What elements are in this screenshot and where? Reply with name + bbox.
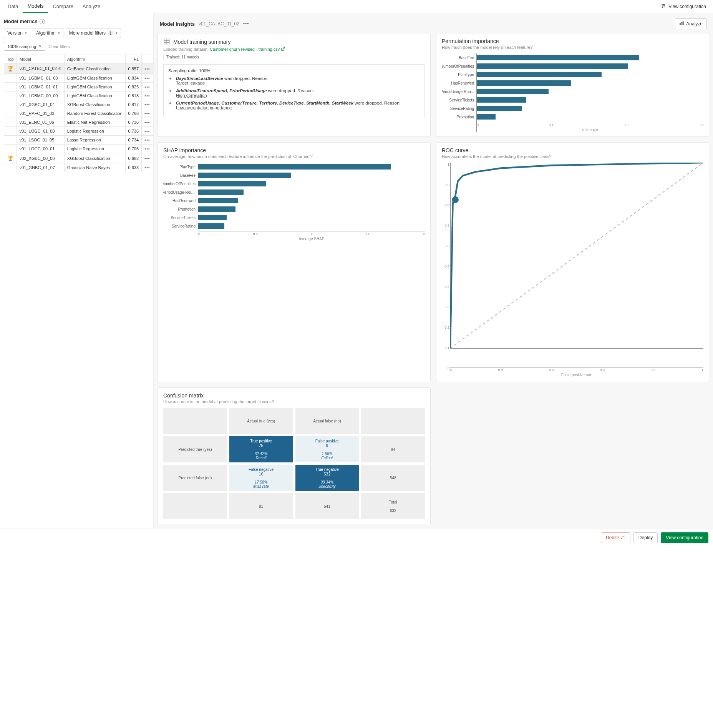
version-filter[interactable]: Version ▾ <box>4 28 30 38</box>
model-name: v01_LOGC_00_01 <box>17 145 64 153</box>
analyze-button[interactable]: Analyze <box>675 18 707 29</box>
tab-models[interactable]: Models <box>23 0 48 13</box>
bar-label: PriorPeriodUsage-Rou... <box>442 87 476 96</box>
clear-filters[interactable]: Clear filters <box>48 44 70 49</box>
bar <box>198 181 266 186</box>
row-menu[interactable]: ••• <box>142 118 153 127</box>
algorithm-name: Logistic Regression <box>64 145 125 153</box>
col-model[interactable]: Model <box>17 55 64 64</box>
confusion-matrix-card: Confusion matrix How accurate is the mod… <box>158 387 431 524</box>
row-menu[interactable]: ••• <box>142 163 153 172</box>
table-row[interactable]: v01_LGBMC_01_08 LightGBM Classification … <box>4 74 153 83</box>
col-algorithm[interactable]: Algorithm <box>64 55 125 64</box>
table-row[interactable]: v01_LOGC_01_00 Logistic Regression 0.736… <box>4 127 153 136</box>
model-insights-panel: Model insights v01_CATBC_01_02 ••• Analy… <box>154 13 713 528</box>
f1-value: 0.736 <box>125 127 142 136</box>
f1-value: 0.736 <box>125 118 142 127</box>
table-row[interactable]: v01_RAFC_01_03 Random Forest Classificat… <box>4 109 153 118</box>
more-filters[interactable]: More model filters 1 ▾ <box>66 28 121 38</box>
row-menu[interactable]: ••• <box>142 109 153 118</box>
training-summary-card: Model training summary Loaded training d… <box>158 33 431 137</box>
table-row[interactable]: v01_XGBC_01_04 XGBoost Classification 0.… <box>4 100 153 109</box>
table-row[interactable]: v01_GNBC_01_07 Gaussian Naive Bayes 0.63… <box>4 163 153 172</box>
cm-row-true-total: 84 <box>361 436 425 462</box>
algorithm-name: LightGBM Classification <box>64 91 125 100</box>
permutation-subtitle: How much does the model rely on each fea… <box>442 45 703 50</box>
row-menu[interactable]: ••• <box>142 83 153 91</box>
bar-label: ServiceTickets <box>442 96 476 104</box>
view-configuration-link[interactable]: View configuration <box>661 3 710 10</box>
bar-label: PriorPeriodUsage-Rou... <box>163 188 198 196</box>
bar-label: ServiceRating <box>442 104 476 113</box>
shap-xlabel: Average SHAP <box>198 237 425 241</box>
row-menu[interactable]: ••• <box>142 136 153 145</box>
model-name: v01_RAFC_01_03 <box>17 109 64 118</box>
pin-icon: ⊗ <box>58 66 61 71</box>
roc-title: ROC curve <box>442 147 703 153</box>
svg-point-1 <box>662 4 663 5</box>
model-name: v01_ELNC_01_06 <box>17 118 64 127</box>
tab-analyze[interactable]: Analyze <box>78 0 105 12</box>
row-menu[interactable]: ••• <box>142 153 153 163</box>
main-tabs: Data Models Compare Analyze View configu… <box>0 0 713 13</box>
chevron-down-icon: ▾ <box>58 31 60 35</box>
table-row[interactable]: v01_LGBMC_00_00 LightGBM Classification … <box>4 91 153 100</box>
col-top[interactable]: Top <box>4 55 17 64</box>
sparkle-icon: ✦ <box>168 101 172 110</box>
f1-value: 0.734 <box>125 136 142 145</box>
algorithm-name: XGBoost Classification <box>64 153 125 163</box>
cm-true-positive: True positive75 82.42%Recall <box>229 436 293 462</box>
sampling-chip[interactable]: 100% sampling ✕ <box>4 42 45 51</box>
table-row[interactable]: v01_LOGC_00_01 Logistic Regression 0.705… <box>4 145 153 153</box>
delete-button[interactable]: Delete v1 <box>601 532 630 543</box>
row-menu[interactable]: ••• <box>142 64 153 74</box>
bar <box>477 106 522 111</box>
row-menu[interactable]: ••• <box>142 127 153 136</box>
svg-rect-7 <box>681 22 682 25</box>
bar-label: HasRenewed <box>442 79 476 87</box>
model-name: v01_LGBMC_01_08 <box>17 74 64 83</box>
confusion-matrix: Actual true (yes) Actual false (no) Pred… <box>163 408 425 519</box>
bar-label: Promotion <box>442 113 476 121</box>
bar-label: BaseFee <box>163 171 198 180</box>
col-f1[interactable]: F1 <box>125 55 142 64</box>
permutation-xlabel: Influence <box>477 128 703 132</box>
cm-actual-false-header: Actual false (no) <box>295 408 359 434</box>
close-icon[interactable]: ✕ <box>38 44 42 49</box>
bar <box>198 223 224 229</box>
view-configuration-button[interactable]: View configuration <box>661 532 708 543</box>
bar <box>198 215 227 220</box>
info-icon[interactable]: i <box>40 19 45 24</box>
deploy-button[interactable]: Deploy <box>633 532 658 543</box>
table-row[interactable]: 🏆 v01_CATBC_01_02 ⊗ CatBoost Classificat… <box>4 64 153 74</box>
table-row[interactable]: v01_LSOC_01_05 Lasso Regression 0.734 ••… <box>4 136 153 145</box>
analyze-label: Analyze <box>686 21 703 27</box>
bar-label: HasRenewed <box>163 196 198 205</box>
table-row[interactable]: v01_LGBMC_01_01 LightGBM Classification … <box>4 83 153 91</box>
more-icon[interactable]: ••• <box>243 21 249 27</box>
f1-value: 0.857 <box>125 64 142 74</box>
bar <box>477 114 496 120</box>
sampling-chip-label: 100% sampling <box>7 44 36 49</box>
trophy-icon: 🏆 <box>7 66 13 71</box>
row-menu[interactable]: ••• <box>142 145 153 153</box>
tab-data[interactable]: Data <box>3 0 23 12</box>
tab-compare[interactable]: Compare <box>48 0 78 12</box>
dataset-link[interactable]: Customer churn revised - training.csv <box>210 47 285 52</box>
model-insights-title: Model insights <box>160 21 195 27</box>
cm-blank <box>361 408 425 434</box>
permutation-importance-card: Permutation importance How much does the… <box>436 33 709 137</box>
table-row[interactable]: 🏆 v02_XGBC_00_00 XGBoost Classification … <box>4 153 153 163</box>
f1-value: 0.682 <box>125 153 142 163</box>
view-configuration-label: View configuration <box>668 4 706 9</box>
bar-label: PlanType <box>442 70 476 79</box>
row-menu[interactable]: ••• <box>142 91 153 100</box>
algorithm-filter[interactable]: Algorithm ▾ <box>33 28 63 38</box>
row-menu[interactable]: ••• <box>142 74 153 83</box>
chevron-down-icon: ▾ <box>25 31 27 35</box>
bar <box>477 80 571 86</box>
cm-row-false-total: 548 <box>361 465 425 491</box>
row-menu[interactable]: ••• <box>142 100 153 109</box>
algorithm-name: Gaussian Naive Bayes <box>64 163 125 172</box>
table-row[interactable]: v01_ELNC_01_06 Elastic Net Regression 0.… <box>4 118 153 127</box>
